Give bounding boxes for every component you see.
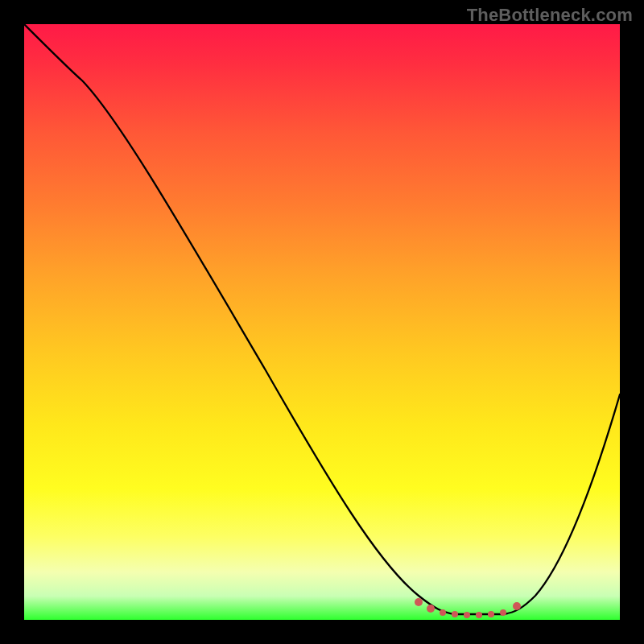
optimal-range-markers: [415, 598, 521, 618]
marker-dot: [488, 611, 494, 617]
marker-dot: [427, 605, 435, 613]
plot-area: [24, 24, 620, 620]
bottleneck-curve: [24, 24, 620, 614]
chart-frame: TheBottleneck.com: [0, 0, 644, 644]
marker-dot: [440, 609, 446, 616]
marker-dot: [415, 598, 423, 606]
marker-dot: [452, 611, 458, 617]
curve-layer: [24, 24, 620, 620]
marker-dot: [500, 609, 506, 616]
marker-dot: [464, 612, 470, 618]
marker-dot: [476, 612, 482, 618]
watermark-text: TheBottleneck.com: [467, 5, 633, 26]
marker-dot: [513, 602, 521, 610]
